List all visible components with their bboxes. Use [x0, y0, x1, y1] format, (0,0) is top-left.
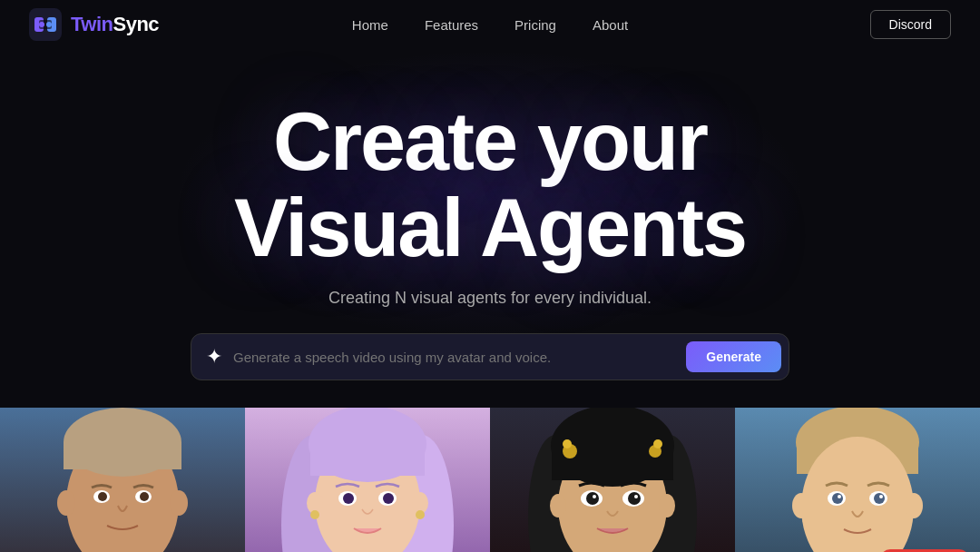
svg-point-30 [416, 510, 425, 519]
svg-point-60 [874, 493, 885, 504]
sparkle-icon: ✦ [206, 345, 222, 369]
search-input[interactable] [233, 350, 675, 365]
avatar-card-4 [735, 408, 980, 552]
svg-point-39 [659, 494, 675, 518]
svg-point-27 [343, 493, 354, 504]
svg-point-29 [310, 510, 319, 519]
avatar-card-1 [0, 408, 245, 552]
svg-point-45 [634, 495, 638, 498]
svg-point-5 [46, 22, 52, 27]
avatar-card-2 [245, 408, 490, 552]
svg-point-61 [838, 495, 841, 498]
svg-point-47 [563, 439, 572, 448]
svg-rect-22 [310, 444, 425, 476]
svg-point-42 [586, 492, 599, 505]
logo: TwinSync [29, 8, 159, 41]
avatar-grid: Invalid website 💬 [0, 408, 980, 552]
svg-point-49 [653, 439, 662, 448]
svg-point-56 [905, 493, 923, 518]
logo-icon [29, 8, 62, 41]
svg-point-28 [383, 493, 394, 504]
svg-point-43 [628, 492, 641, 505]
svg-point-4 [39, 22, 44, 27]
svg-point-10 [57, 490, 75, 516]
nav-link-features[interactable]: Features [425, 17, 478, 33]
logo-text: TwinSync [71, 13, 159, 36]
nav-link-pricing[interactable]: Pricing [514, 17, 556, 33]
svg-point-11 [170, 490, 188, 516]
svg-rect-9 [64, 442, 181, 469]
svg-point-14 [98, 492, 107, 501]
hero-subtitle: Creating N visual agents for every indiv… [0, 289, 980, 308]
svg-point-15 [140, 492, 149, 501]
svg-point-44 [593, 495, 596, 498]
generate-button[interactable]: Generate [686, 341, 781, 372]
navbar: TwinSync Home Features Pricing About Dis… [0, 0, 980, 49]
hero-section: Create your Visual Agents Creating N vis… [0, 49, 980, 408]
nav-link-about[interactable]: About [593, 17, 628, 33]
nav-link-home[interactable]: Home [352, 17, 388, 33]
discord-button[interactable]: Discord [870, 10, 951, 39]
svg-point-59 [832, 493, 843, 504]
svg-point-55 [792, 493, 810, 518]
avatar-card-3 [490, 408, 735, 552]
nav-links: Home Features Pricing About [352, 17, 628, 33]
search-bar: ✦ Generate [191, 333, 789, 380]
hero-title: Create your Visual Agents [0, 99, 980, 271]
svg-point-62 [879, 495, 883, 498]
svg-point-38 [550, 494, 566, 518]
